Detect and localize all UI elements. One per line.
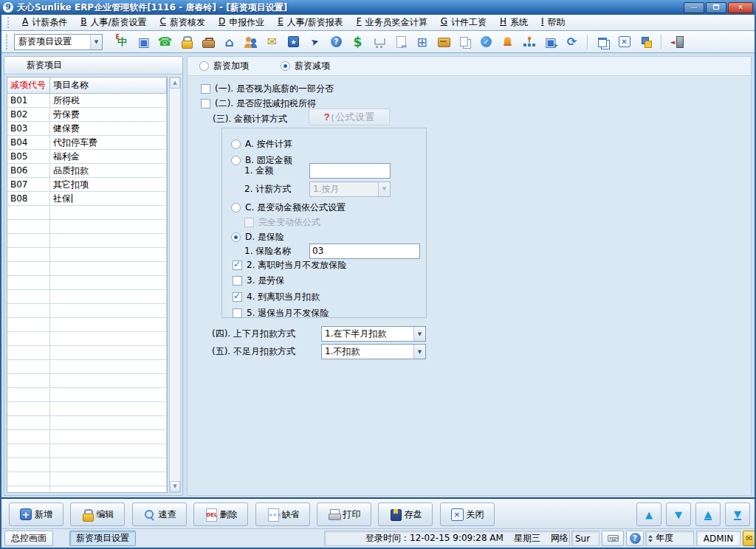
table-row[interactable] [7, 276, 167, 290]
table-row[interactable] [7, 346, 167, 360]
checkbox-icon[interactable] [201, 84, 210, 94]
action-add-button[interactable]: 新增 [9, 503, 63, 526]
toolbar-help-circle-button[interactable] [327, 33, 346, 51]
scroll-down-icon[interactable]: ▼ [170, 481, 180, 492]
table-row[interactable] [7, 430, 167, 444]
table-row[interactable] [7, 304, 167, 318]
action-save-button[interactable]: 存盘 [378, 503, 433, 526]
radio-is-insurance[interactable]: D. 是保险 [231, 230, 284, 244]
toolbar-sitemap-button[interactable] [520, 33, 538, 51]
close-button[interactable]: ✕ [728, 2, 753, 13]
checkbox-icon[interactable] [233, 308, 242, 318]
toolbar-pin-button[interactable] [306, 33, 324, 51]
radio-icon[interactable] [231, 139, 241, 149]
radio-icon[interactable] [231, 203, 241, 213]
column-header-code[interactable]: 减项代号 [7, 77, 50, 94]
action-delete-button[interactable]: 删除 [193, 503, 248, 526]
menu-item-B[interactable]: B人事/薪资设置 [74, 15, 153, 30]
table-row[interactable] [7, 472, 167, 486]
nav-last-button[interactable]: ▼ [725, 503, 750, 526]
chevron-down-icon[interactable]: ▼ [413, 345, 425, 359]
keyboard-button[interactable] [602, 531, 624, 546]
option-tax-deductible[interactable]: (二). 是否应抵减扣税所得 [201, 97, 316, 110]
tab-salary-item-settings[interactable]: 薪资项目设置 [69, 531, 136, 546]
toolbar-dollar-button[interactable] [348, 33, 367, 51]
toolbar-mail-button[interactable] [263, 33, 281, 51]
radio-by-piece[interactable]: A. 按件计算 [231, 137, 292, 151]
menu-item-G[interactable]: G计件工资 [434, 15, 493, 30]
toolbar-exit-button[interactable] [667, 33, 686, 51]
action-default-button[interactable]: 缺省 [255, 503, 310, 526]
toolbar-box-button[interactable] [434, 33, 453, 51]
menu-item-D[interactable]: D申报作业 [212, 15, 271, 30]
checkbox-icon[interactable] [233, 276, 242, 286]
toolbar-doc-button[interactable] [391, 33, 410, 51]
table-row[interactable] [7, 374, 167, 388]
toolbar-book-button[interactable] [284, 33, 303, 51]
table-row[interactable]: B02劳保费 [7, 108, 167, 122]
checkbox-icon[interactable] [201, 99, 210, 108]
toolbar-monitor-button[interactable] [134, 33, 153, 51]
table-row[interactable]: B03健保费 [7, 122, 167, 136]
table-row[interactable] [7, 206, 167, 220]
table-row[interactable] [7, 486, 167, 493]
table-row[interactable] [7, 388, 167, 402]
action-print-button[interactable]: 打印 [317, 503, 371, 526]
restore-button[interactable] [706, 2, 726, 13]
table-row[interactable] [7, 458, 167, 472]
toolbar-home-button[interactable] [220, 33, 238, 51]
table-row[interactable] [7, 416, 167, 430]
column-header-name[interactable]: 项目名称 [50, 77, 167, 94]
menu-item-I[interactable]: I帮助 [535, 15, 572, 30]
action-quick-search-button[interactable]: 速查 [132, 503, 187, 526]
insurance-check-4[interactable]: 4. 到离职当月扣款 [233, 290, 320, 303]
table-row[interactable] [7, 262, 167, 276]
nav-prev-button[interactable]: ▲ [636, 503, 662, 526]
menu-item-H[interactable]: H系统 [493, 15, 535, 30]
table-row[interactable] [7, 444, 167, 458]
module-select-combobox[interactable]: 薪资项目设置 ▼ [14, 34, 103, 50]
tab-main-screen[interactable]: 总控画面 [4, 531, 53, 546]
option-base-salary-part[interactable]: (一). 是否视为底薪的一部分否 [201, 82, 334, 95]
table-row[interactable] [7, 234, 167, 248]
toolbar-bell-button[interactable] [498, 33, 517, 51]
half-month-deduct-combobox[interactable]: 1.在下半月扣款 ▼ [321, 326, 426, 342]
salary-items-table[interactable]: 减项代号 项目名称 B01所得税B02劳保费B03健保费B04代扣停车费B05福… [7, 77, 168, 493]
spinner-icon[interactable] [648, 535, 653, 542]
toolbar-monitor-arrow-button[interactable] [541, 33, 560, 51]
toolbar-copy-button[interactable] [456, 33, 474, 51]
table-row[interactable] [7, 248, 167, 262]
radio-variable-formula[interactable]: C. 是变动金额依公式设置 [231, 201, 346, 214]
menu-item-C[interactable]: C薪资核发 [154, 15, 212, 30]
toolbar-refresh-button[interactable] [563, 33, 581, 51]
category-radio-addition[interactable]: 薪资加项 [199, 60, 249, 72]
table-row[interactable] [7, 360, 167, 374]
minimize-button[interactable]: — [684, 2, 704, 13]
toolbar-calculator-button[interactable] [413, 33, 431, 51]
toolbar-briefcase-button[interactable] [199, 33, 217, 51]
table-row[interactable] [7, 332, 167, 346]
menu-grip-handle[interactable] [7, 17, 11, 28]
insurance-name-input[interactable] [309, 244, 420, 259]
toolbar-windows-button[interactable] [594, 33, 612, 51]
formula-settings-button[interactable]: ? { 公式设置 [309, 108, 390, 125]
menu-item-F[interactable]: F业务员奖金计算 [350, 15, 434, 30]
toolbar-phone-button[interactable] [156, 33, 174, 51]
nav-first-button[interactable]: ▲ [695, 503, 721, 526]
toolbar-lock-button[interactable] [177, 33, 196, 51]
table-row[interactable]: B08社保 [7, 192, 167, 206]
help-button[interactable]: ? [626, 531, 644, 546]
action-close-button[interactable]: 关闭 [440, 503, 495, 526]
insurance-check-5[interactable]: 5. 退保当月不发保险 [233, 306, 329, 320]
chevron-down-icon[interactable]: ▼ [413, 327, 425, 341]
toolbar-locale-button[interactable] [113, 33, 131, 51]
mail-button[interactable] [743, 531, 755, 546]
toolbar-users-button[interactable] [241, 33, 260, 51]
table-row[interactable]: B05福利金 [7, 150, 167, 164]
insurance-check-2[interactable]: 2. 离职时当月不发放保险 [233, 258, 346, 272]
toolbar-close-window-button[interactable] [615, 33, 633, 51]
nav-next-button[interactable]: ▼ [666, 503, 691, 526]
radio-icon[interactable] [231, 156, 241, 165]
table-vertical-scrollbar[interactable]: ▲ ▼ [169, 77, 181, 493]
insurance-check-3[interactable]: 3. 是劳保 [233, 274, 284, 287]
